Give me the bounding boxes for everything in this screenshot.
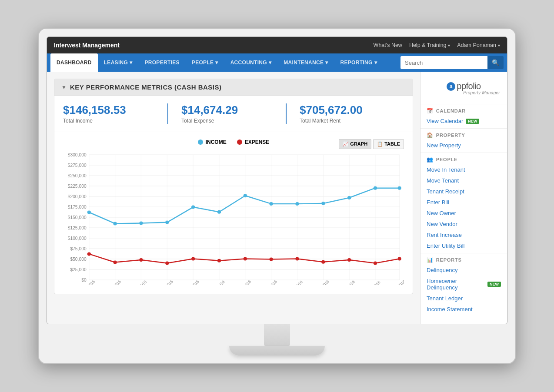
- nav-item-maintenance[interactable]: MAINTENANCE ▾: [277, 53, 334, 72]
- income-dot-12: [374, 186, 377, 190]
- expense-dot-10: [321, 260, 325, 264]
- sidebar: a ppfolio Property Manager 📅 CALENDAR Vi…: [420, 72, 507, 324]
- svg-text:Sep 2015: Sep 2015: [107, 279, 122, 285]
- kpi-income-value: $146,158.53: [63, 103, 159, 117]
- help-training-link[interactable]: Help & Training ▾: [409, 42, 450, 48]
- svg-text:Jun 2016: Jun 2016: [341, 279, 356, 285]
- calendar-icon: 📅: [427, 108, 434, 114]
- user-menu-link[interactable]: Adam Ponaman ▾: [457, 42, 500, 48]
- appfolio-logo-text: ppfolio: [457, 81, 481, 91]
- line-chart: $300,000 $275,000 $250,000 $225,000 $200…: [63, 150, 404, 285]
- nav-item-properties[interactable]: PROPERTIES: [138, 53, 185, 72]
- income-legend-label: INCOME: [206, 139, 227, 145]
- top-bar-right: What's New Help & Training ▾ Adam Ponama…: [374, 42, 500, 48]
- kpi-expense: $14,674.29 Total Expense: [181, 103, 287, 124]
- svg-text:$25,000: $25,000: [70, 267, 87, 272]
- appfolio-logo: a ppfolio Property Manager: [421, 76, 507, 102]
- income-dot-1: [87, 211, 91, 214]
- income-dot-10: [321, 202, 325, 205]
- graph-button[interactable]: 📈 GRAPH: [339, 139, 371, 149]
- svg-text:Mar 2016: Mar 2016: [263, 279, 278, 285]
- search-button[interactable]: 🔍: [487, 56, 504, 69]
- top-bar: Interwest Management What's New Help & T…: [47, 37, 507, 53]
- enter-utility-bill-link[interactable]: Enter Utility Bill: [421, 240, 507, 251]
- svg-text:$225,000: $225,000: [68, 184, 87, 189]
- people-arrow: ▾: [215, 60, 218, 66]
- nav-item-accounting[interactable]: ACCOUNTING ▾: [224, 53, 278, 72]
- income-dot-3: [139, 222, 143, 225]
- svg-text:May 2016: May 2016: [314, 279, 330, 285]
- svg-text:Jan 2016: Jan 2016: [211, 279, 226, 285]
- appfolio-tagline: Property Manager: [427, 90, 500, 95]
- income-statement-link[interactable]: Income Statement: [421, 304, 507, 315]
- rent-increase-link[interactable]: Rent Increase: [421, 229, 507, 240]
- search-input[interactable]: [400, 56, 487, 69]
- nav-item-people[interactable]: PEOPLE ▾: [186, 53, 224, 72]
- chart-controls: 📈 GRAPH 📋 TABLE: [339, 139, 404, 149]
- move-tenant-link[interactable]: Move Tenant: [421, 175, 507, 186]
- svg-text:$275,000: $275,000: [68, 163, 87, 168]
- table-button[interactable]: 📋 TABLE: [373, 139, 404, 149]
- svg-text:$175,000: $175,000: [68, 205, 87, 209]
- homeowner-delinquency-link[interactable]: Homeowner Delinquency NEW: [421, 276, 507, 293]
- chart-container: INCOME EXPENSE 📈 GRAPH 📋 TABLE: [54, 132, 413, 294]
- income-dot-7: [244, 194, 247, 197]
- appfolio-logo-circle: a: [447, 82, 455, 91]
- expense-dot-12: [374, 262, 377, 265]
- metrics-card: ▼ KEY PERFORMANCE METRICS (CASH BASIS) $…: [54, 79, 413, 294]
- svg-text:Feb 2016: Feb 2016: [237, 279, 252, 285]
- reports-icon: 📊: [427, 257, 434, 263]
- svg-text:$150,000: $150,000: [68, 215, 87, 220]
- whats-new-link[interactable]: What's New: [374, 42, 402, 48]
- dashboard-area: ▼ KEY PERFORMANCE METRICS (CASH BASIS) $…: [47, 72, 420, 324]
- new-property-link[interactable]: New Property: [421, 140, 507, 151]
- expense-dot-2: [113, 261, 117, 264]
- svg-text:Aug 2016: Aug 2016: [391, 279, 404, 285]
- calendar-section-label: CALENDAR: [436, 108, 466, 113]
- move-in-tenant-link[interactable]: Move In Tenant: [421, 164, 507, 175]
- accounting-arrow: ▾: [269, 60, 271, 66]
- monitor-stand: [47, 324, 507, 355]
- income-dot-11: [347, 196, 351, 199]
- user-dropdown-arrow: ▾: [498, 43, 500, 48]
- homeowner-delinquency-badge: NEW: [487, 282, 501, 287]
- enter-bill-link[interactable]: Enter Bill: [421, 197, 507, 208]
- expense-dot-8: [270, 258, 273, 261]
- people-section-label: PEOPLE: [436, 157, 457, 162]
- monitor-base: [229, 346, 325, 355]
- svg-text:$100,000: $100,000: [68, 236, 87, 241]
- svg-text:$75,000: $75,000: [70, 246, 87, 251]
- expense-dot-11: [347, 258, 351, 262]
- tenant-ledger-link[interactable]: Tenant Ledger: [421, 293, 507, 304]
- collapse-arrow[interactable]: ▼: [61, 84, 67, 90]
- property-section-label: PROPERTY: [436, 133, 465, 138]
- view-calendar-link[interactable]: View Calendar NEW: [421, 116, 507, 126]
- income-line: [89, 188, 400, 224]
- tenant-receipt-link[interactable]: Tenant Receipt: [421, 186, 507, 197]
- nav-item-dashboard[interactable]: DASHBOARD: [50, 53, 98, 72]
- property-icon: 🏠: [427, 132, 434, 138]
- income-dot-4: [165, 221, 169, 224]
- svg-text:$200,000: $200,000: [68, 194, 87, 199]
- kpi-income-label: Total Income: [63, 118, 159, 124]
- monitor-neck: [264, 324, 290, 346]
- delinquency-link[interactable]: Delinquency: [421, 265, 507, 276]
- nav-bar: DASHBOARD LEASING ▾ PROPERTIES PEOPLE ▾ …: [47, 53, 507, 72]
- svg-text:$0: $0: [81, 278, 87, 282]
- main-content: ▼ KEY PERFORMANCE METRICS (CASH BASIS) $…: [47, 72, 507, 324]
- kpi-expense-label: Total Expense: [181, 118, 277, 124]
- expense-dot-13: [398, 257, 401, 261]
- leasing-arrow: ▾: [130, 60, 132, 66]
- new-owner-link[interactable]: New Owner: [421, 208, 507, 219]
- nav-item-leasing[interactable]: LEASING ▾: [98, 53, 139, 72]
- metrics-header: ▼ KEY PERFORMANCE METRICS (CASH BASIS): [54, 79, 413, 96]
- svg-text:$250,000: $250,000: [68, 173, 87, 178]
- expense-dot-3: [139, 258, 143, 262]
- expense-legend-label: EXPENSE: [245, 139, 270, 145]
- people-icon: 👥: [427, 156, 434, 163]
- view-calendar-badge: NEW: [466, 119, 479, 124]
- svg-text:$50,000: $50,000: [70, 257, 87, 262]
- svg-text:$125,000: $125,000: [68, 226, 87, 230]
- nav-item-reporting[interactable]: REPORTING ▾: [334, 53, 383, 72]
- new-vendor-link[interactable]: New Vendor: [421, 219, 507, 229]
